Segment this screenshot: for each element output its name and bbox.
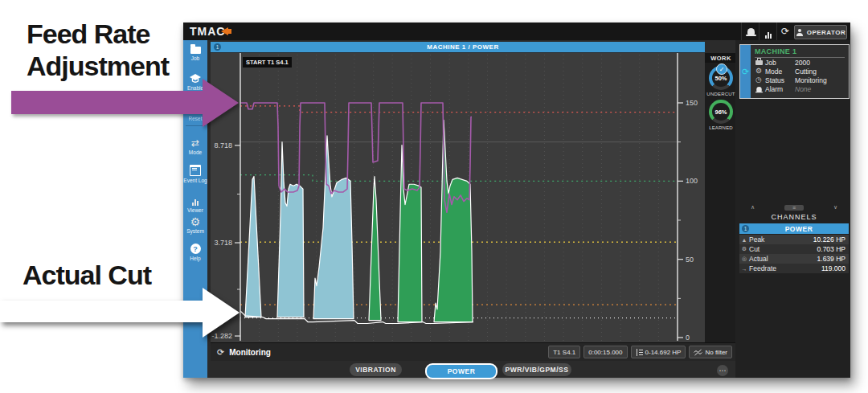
machine-card-tab[interactable]: ⟳ <box>740 45 751 98</box>
bell-icon <box>756 87 761 92</box>
svg-text:50: 50 <box>686 256 694 264</box>
chart-cut-4 <box>369 176 381 320</box>
ellipsis-icon: ⋯ <box>719 366 727 375</box>
channel-row-actual[interactable]: ◎ Actual 1.639 HP <box>739 254 849 264</box>
top-bar: TMAC ⟳ OPERATOR <box>183 23 850 41</box>
time-badge[interactable]: 0:00:15.000 <box>583 346 627 358</box>
tmac-logo-icon <box>221 27 228 35</box>
person-icon <box>796 29 804 36</box>
chevron-down-icon[interactable]: ∨ <box>833 204 837 211</box>
sidebar-item-help[interactable]: ? Help <box>183 244 207 261</box>
learned-gauge[interactable]: 96% <box>709 100 733 124</box>
arrow-right-icon: → <box>739 266 749 272</box>
menu-icon[interactable]: ≡ <box>784 205 804 211</box>
more-tabs-button[interactable]: ⋯ <box>717 365 728 376</box>
undercut-gauge-label: UNDERCUT <box>705 92 737 96</box>
svg-text:150: 150 <box>686 99 698 107</box>
briefcase-icon <box>755 60 763 65</box>
work-panel: WORK ✓ 50% UNDERCUT 96% LEARNED <box>705 53 737 342</box>
refresh-button[interactable]: ⟳ <box>776 23 793 40</box>
channels-power-group[interactable]: 1 POWER <box>739 223 849 234</box>
machine-card[interactable]: ⟳ MACHINE 1 Job 2000 ⚙ Mode Cutting ◷ St… <box>739 44 850 99</box>
gear-icon: ⚙ <box>190 217 201 227</box>
scale-range-icon <box>636 349 643 356</box>
work-panel-title: WORK <box>705 53 737 63</box>
filter-badge[interactable]: No filter <box>689 346 732 358</box>
question-icon: ? <box>190 244 201 254</box>
swap-arrows-icon: ⇄ <box>191 138 199 148</box>
svg-text:3.718: 3.718 <box>214 239 232 247</box>
tmac-app-window: TMAC ⟳ OPERATOR Job <box>183 23 850 378</box>
feed-rate-arrow <box>0 79 241 127</box>
chevron-up-icon[interactable]: ∧ <box>751 204 755 211</box>
channels-collapse-bar[interactable]: ∧ ≡ ∨ <box>739 203 849 211</box>
sidebar-item-job[interactable]: Job <box>183 47 207 61</box>
tool-badge[interactable]: T1 S4.1 <box>548 346 580 358</box>
sidebar-item-event-log[interactable]: Event Log <box>183 165 207 183</box>
feed-rate-annotation: Feed Rate Adjustment <box>27 18 169 82</box>
svg-text:0: 0 <box>686 334 690 342</box>
chart-start-tag: START T1 S4.1 <box>243 57 292 68</box>
svg-text:100: 100 <box>686 177 698 185</box>
machine-row-mode: ⚙ Mode Cutting <box>755 67 845 76</box>
operator-menu-button[interactable]: OPERATOR <box>794 25 847 39</box>
gear-icon: ⚙ <box>739 246 749 252</box>
channels-title: CHANNELS <box>739 213 849 221</box>
actual-cut-arrow <box>0 288 241 338</box>
chart-cut-5 <box>398 145 422 322</box>
range-badge[interactable]: 0-14.692 HP <box>631 346 686 358</box>
alarms-button[interactable] <box>741 23 760 40</box>
refresh-icon: ⟳ <box>781 27 789 36</box>
sidebar-item-system[interactable]: ⚙ System <box>183 217 207 234</box>
monitoring-state: Monitoring <box>229 348 271 357</box>
bar-chart-icon <box>765 24 772 39</box>
channel-row-cut[interactable]: ⚙ Cut 0.703 HP <box>739 244 849 254</box>
svg-text:8.718: 8.718 <box>214 141 232 149</box>
tab-pwr-vib-gpm-ss[interactable]: PWR/VIB/GPM/SS <box>502 363 571 376</box>
calendar-icon <box>190 165 201 176</box>
check-icon: ✓ <box>716 63 727 75</box>
tmac-logo-icon-tail <box>228 29 231 34</box>
chart-cut-1 <box>245 176 261 317</box>
learned-gauge-label: LEARNED <box>705 125 737 130</box>
peak-icon: ▲ <box>739 237 749 243</box>
viewer-chart-icon <box>192 191 199 206</box>
sidebar-item-mode[interactable]: ⇄ Mode <box>183 138 207 155</box>
tab-vibration[interactable]: VIBRATION <box>350 363 402 376</box>
chart-cut-6 <box>434 120 473 321</box>
no-filter-icon <box>694 349 702 356</box>
operator-label: OPERATOR <box>807 29 846 36</box>
power-chart: 8.7183.718-1.282150100500 <box>211 47 693 347</box>
machine-row-job: Job 2000 <box>755 58 845 67</box>
channel-row-peak[interactable]: ▲ Peak 10.226 HP <box>739 235 849 244</box>
machine-row-status: ◷ Status Monitoring <box>755 76 845 84</box>
gear-icon: ⚙ <box>755 68 762 75</box>
actual-cut-annotation: Actual Cut <box>23 259 151 291</box>
series-feedrate <box>240 103 472 212</box>
tab-power[interactable]: POWER <box>425 363 497 379</box>
channel-row-feedrate[interactable]: → Feedrate 119.000 <box>739 264 849 273</box>
channel-badge: 1 <box>742 225 749 232</box>
clock-icon: ◷ <box>755 76 762 84</box>
target-icon: ◎ <box>739 256 749 262</box>
screenshot-stage: TMAC ⟳ OPERATOR Job <box>0 0 868 393</box>
folder-icon <box>190 47 201 54</box>
threshold-overload-limit-red <box>240 106 678 113</box>
machine-name: MACHINE 1 <box>755 47 845 58</box>
bell-icon <box>747 28 755 35</box>
tmac-logo: TMAC <box>190 25 225 38</box>
sync-icon: ⟳ <box>742 67 749 76</box>
sidebar-item-viewer[interactable]: Viewer <box>183 191 207 213</box>
chart-status-bar: ⟳ Monitoring T1 S4.1 0:00:15.000 0-14. <box>211 342 735 361</box>
charts-button[interactable] <box>759 23 777 40</box>
sync-icon: ⟳ <box>217 347 224 357</box>
undercut-gauge[interactable]: ✓ 50% <box>709 66 733 90</box>
machine-row-alarm: Alarm None <box>755 84 845 93</box>
